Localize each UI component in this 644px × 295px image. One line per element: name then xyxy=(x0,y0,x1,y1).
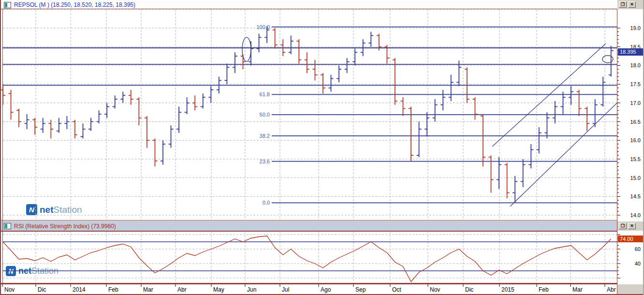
ohlc-bar xyxy=(81,123,86,138)
time-axis-label: Mar xyxy=(572,286,583,293)
fibonacci-label: 61.8 xyxy=(260,91,270,97)
axis-separator xyxy=(617,9,617,295)
chart-panel-icon xyxy=(4,2,11,8)
price-axis-label: 18.0 xyxy=(630,62,641,68)
ohlc-bar xyxy=(296,39,301,63)
ohlc-bar xyxy=(329,75,334,92)
panel-gap-line xyxy=(1,221,617,221)
ohlc-bar xyxy=(152,138,157,166)
price-axis-label: 15.0 xyxy=(630,175,641,181)
ohlc-bar xyxy=(201,93,205,108)
time-axis-label: Jul xyxy=(282,286,289,293)
price-axis-label: 17.5 xyxy=(630,81,641,87)
fibonacci-label: 100.0 xyxy=(256,24,270,30)
time-axis-label: Dic xyxy=(38,286,46,293)
time-axis-label: Abr xyxy=(607,286,616,293)
ohlc-bar xyxy=(521,159,526,187)
ohlc-bar xyxy=(289,35,293,54)
price-axis-label: 14.5 xyxy=(630,193,641,199)
ohlc-bar xyxy=(48,120,53,139)
ohlc-bar xyxy=(16,108,21,127)
ohlc-bar xyxy=(553,101,557,123)
time-axis-label: Oct xyxy=(392,286,401,293)
ohlc-bar xyxy=(104,103,109,118)
time-axis-label: 2014 xyxy=(73,286,86,293)
ohlc-bar xyxy=(185,97,190,114)
ohlc-bar xyxy=(273,28,278,49)
ohlc-bar xyxy=(424,112,429,136)
ohlc-bar xyxy=(224,64,229,85)
ohlc-bar xyxy=(113,95,117,108)
indicator-panel-icon xyxy=(4,223,11,229)
rsi-axis-label: 40 xyxy=(635,261,641,266)
ohlc-bar xyxy=(129,90,133,105)
price-axis-label: 15.5 xyxy=(630,156,641,162)
main-panel-title-bar[interactable]: REPSOL (M ) (18.250, 18.520, 18.225, 18.… xyxy=(1,1,616,9)
price-axis-label: 14.0 xyxy=(630,212,641,218)
ohlc-bar xyxy=(312,60,317,81)
ohlc-bar xyxy=(169,125,174,148)
close-icon[interactable]: ✕ xyxy=(628,223,636,229)
time-axis-label: Feb xyxy=(108,286,118,293)
ohlc-bar xyxy=(88,118,93,131)
ohlc-bar xyxy=(440,90,445,111)
time-axis-label: Feb xyxy=(539,286,549,293)
ohlc-bar xyxy=(417,122,422,158)
price-axis-label: 19.0 xyxy=(630,25,641,31)
time-axis-label: Mar xyxy=(143,286,153,293)
rsi-window-buttons: ❐ ✕ xyxy=(619,223,636,229)
trend-line xyxy=(510,103,617,206)
chart-left-border xyxy=(2,9,3,283)
close-icon[interactable]: ✕ xyxy=(628,1,636,8)
ohlc-bar xyxy=(176,107,181,133)
ohlc-bar xyxy=(305,52,309,73)
trend-line xyxy=(492,44,606,147)
ohlc-bar xyxy=(120,92,125,103)
ohlc-bar xyxy=(569,86,573,105)
main-window-buttons: ❐ ✕ xyxy=(619,1,636,8)
rsi-chart-top-border xyxy=(1,231,617,232)
ohlc-bar xyxy=(9,90,14,120)
rsi-panel-title: RSI (Relative Strength Index) (73.9960) xyxy=(14,223,116,230)
time-axis-label: Dic xyxy=(465,286,473,293)
main-panel-title: REPSOL (M ) (18.250, 18.520, 18.225, 18.… xyxy=(14,1,135,8)
price-axis-label: 16.0 xyxy=(630,137,641,143)
time-axis-label: Abr xyxy=(177,286,187,293)
ohlc-bar xyxy=(41,118,45,133)
netstation-window: N netStation N netStation 100.061.850.03… xyxy=(0,0,644,295)
ohlc-bar xyxy=(32,118,37,135)
ohlc-bar xyxy=(544,112,549,138)
ohlc-bar xyxy=(585,107,589,131)
ohlc-bar xyxy=(337,65,341,82)
rsi-panel-title-bar[interactable]: RSI (Relative Strength Index) (73.9960) xyxy=(1,221,617,231)
rsi-line xyxy=(3,236,611,282)
ohlc-bar xyxy=(257,34,262,53)
ohlc-bar xyxy=(368,32,373,47)
ohlc-bar xyxy=(528,144,533,168)
ohlc-bar xyxy=(497,157,501,189)
ohlc-bar xyxy=(505,163,510,199)
time-axis-label: Jun xyxy=(247,286,256,293)
ohlc-bar xyxy=(512,176,517,203)
ohlc-bar xyxy=(57,118,61,133)
time-axis-label: Ago xyxy=(321,286,331,293)
ohlc-bar xyxy=(609,46,614,76)
restore-icon[interactable]: ❐ xyxy=(619,1,627,8)
ohlc-bar xyxy=(537,127,542,153)
ohlc-bar xyxy=(136,97,141,125)
ohlc-bar xyxy=(145,116,149,148)
time-axis-label: Nov xyxy=(430,286,440,293)
main-title-divider xyxy=(1,9,617,9)
rsi-chart-bottom-border xyxy=(1,283,617,284)
restore-icon[interactable]: ❐ xyxy=(619,223,627,229)
time-axis-label: May xyxy=(213,286,224,293)
fibonacci-label: 50.0 xyxy=(260,112,270,118)
ohlc-bar xyxy=(233,52,237,73)
chart-canvas[interactable]: 100.061.850.038.223.60.019.018.518.017.5… xyxy=(0,0,644,295)
ohlc-bar xyxy=(472,97,477,119)
rsi-value-tag: 74.00 xyxy=(618,236,644,242)
ohlc-bar xyxy=(577,90,582,116)
rsi-axis-label: 60 xyxy=(635,246,641,252)
price-axis-label: 16.5 xyxy=(630,119,641,125)
axis-corner xyxy=(617,284,644,295)
